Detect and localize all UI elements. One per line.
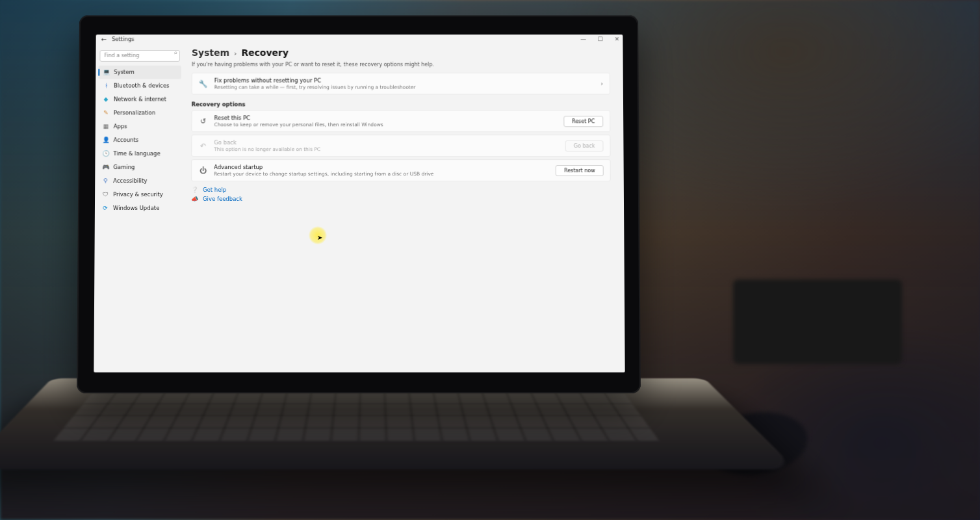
- give-feedback-label[interactable]: Give feedback: [203, 196, 242, 202]
- back-button[interactable]: ←: [101, 36, 107, 43]
- nav-icon: 🛡: [101, 190, 109, 198]
- nav-label: Accounts: [114, 136, 139, 143]
- screen-bezel: ← Settings — ☐ ✕ ⌕ 💻SystemᚼBluetooth & d…: [77, 16, 641, 394]
- breadcrumb-parent[interactable]: System: [192, 47, 229, 58]
- sidebar-item-system[interactable]: 💻System: [98, 65, 181, 79]
- goback-title: Go back: [214, 139, 320, 146]
- nav-icon: ⚲: [101, 177, 109, 185]
- sidebar-item-personalization[interactable]: ✎Personalization: [98, 106, 181, 120]
- fix-title: Fix problems without resetting your PC: [214, 77, 416, 84]
- sidebar: ⌕ 💻SystemᚼBluetooth & devices◆Network & …: [94, 44, 184, 372]
- settings-window: ← Settings — ☐ ✕ ⌕ 💻SystemᚼBluetooth & d…: [94, 34, 625, 372]
- reset-sub: Choose to keep or remove your personal f…: [214, 122, 383, 127]
- intro-text: If you're having problems with your PC o…: [192, 62, 610, 68]
- reset-icon: ↺: [198, 116, 207, 125]
- sidebar-item-gaming[interactable]: 🎮Gaming: [97, 161, 181, 174]
- fix-sub: Resetting can take a while — first, try …: [214, 84, 416, 90]
- sidebar-item-privacy-security[interactable]: 🛡Privacy & security: [97, 188, 181, 202]
- minimize-button[interactable]: —: [580, 36, 587, 42]
- nav-label: Personalization: [114, 109, 155, 116]
- nav-icon: ᚼ: [102, 82, 110, 90]
- sidebar-item-bluetooth-devices[interactable]: ᚼBluetooth & devices: [98, 79, 181, 92]
- nav-icon: ✎: [102, 109, 110, 116]
- get-help-label[interactable]: Get help: [203, 187, 226, 193]
- nav-label: Privacy & security: [113, 191, 163, 198]
- sidebar-item-accessibility[interactable]: ⚲Accessibility: [97, 174, 181, 188]
- feedback-icon: 📣: [191, 196, 198, 202]
- sidebar-item-apps[interactable]: ▦Apps: [98, 120, 181, 133]
- main-area: System › Recovery If you're having probl…: [183, 44, 625, 372]
- nav-icon: 🕓: [101, 150, 109, 157]
- get-help-link[interactable]: ❔ Get help: [191, 187, 611, 193]
- nav-label: Time & language: [113, 150, 160, 157]
- nav-icon: 💻: [102, 68, 110, 76]
- sidebar-item-network-internet[interactable]: ◆Network & internet: [98, 92, 181, 106]
- advanced-button[interactable]: Restart now: [556, 165, 604, 176]
- advanced-icon: ⏻: [198, 166, 207, 175]
- goback-icon: ↶: [198, 141, 207, 150]
- search-icon: ⌕: [174, 49, 177, 55]
- sidebar-item-windows-update[interactable]: ⟳Windows Update: [97, 202, 181, 215]
- nav-label: Bluetooth & devices: [114, 83, 169, 89]
- breadcrumb: System › Recovery: [192, 47, 610, 58]
- reset-title: Reset this PC: [214, 114, 383, 121]
- help-icon: ❔: [191, 187, 198, 193]
- page-title: Recovery: [241, 47, 289, 58]
- nav-label: Windows Update: [113, 205, 159, 211]
- nav-label: Network & internet: [114, 96, 166, 103]
- laptop: ← Settings — ☐ ✕ ⌕ 💻SystemᚼBluetooth & d…: [78, 14, 639, 393]
- nav-icon: ⟳: [101, 204, 109, 212]
- advanced-sub: Restart your device to change startup se…: [214, 171, 433, 177]
- sidebar-item-time-language[interactable]: 🕓Time & language: [97, 147, 181, 161]
- goback-sub: This option is no longer available on th…: [214, 146, 320, 152]
- chevron-right-icon: ›: [234, 49, 237, 58]
- close-button[interactable]: ✕: [613, 36, 620, 42]
- recovery-row-advanced: ⏻Advanced startupRestart your device to …: [191, 159, 611, 181]
- nav-icon: ◆: [102, 96, 110, 103]
- dock-device: [733, 280, 902, 364]
- nav-icon: ▦: [102, 122, 110, 130]
- goback-button: Go back: [565, 140, 604, 151]
- titlebar: ← Settings — ☐ ✕: [96, 34, 623, 44]
- nav-label: Accessibility: [113, 177, 147, 184]
- fix-problems-card[interactable]: 🔧 Fix problems without resetting your PC…: [192, 73, 610, 95]
- advanced-title: Advanced startup: [214, 164, 433, 170]
- recovery-options-header: Recovery options: [192, 101, 610, 107]
- recovery-row-goback: ↶Go backThis option is no longer availab…: [191, 135, 610, 157]
- nav-label: System: [114, 69, 135, 75]
- wrench-icon: 🔧: [199, 79, 208, 88]
- reset-button[interactable]: Reset PC: [563, 116, 603, 127]
- app-title: Settings: [112, 36, 135, 42]
- nav-label: Apps: [114, 123, 127, 129]
- recovery-row-reset: ↺Reset this PCChoose to keep or remove y…: [191, 110, 610, 132]
- search-input[interactable]: [99, 50, 180, 62]
- give-feedback-link[interactable]: 📣 Give feedback: [191, 196, 611, 202]
- nav-list: 💻SystemᚼBluetooth & devices◆Network & in…: [97, 65, 181, 214]
- chevron-right-icon: ›: [600, 81, 603, 87]
- sidebar-item-accounts[interactable]: 👤Accounts: [98, 133, 181, 147]
- nav-label: Gaming: [113, 164, 135, 170]
- nav-icon: 👤: [102, 136, 110, 144]
- maximize-button[interactable]: ☐: [597, 36, 603, 42]
- nav-icon: 🎮: [101, 163, 109, 171]
